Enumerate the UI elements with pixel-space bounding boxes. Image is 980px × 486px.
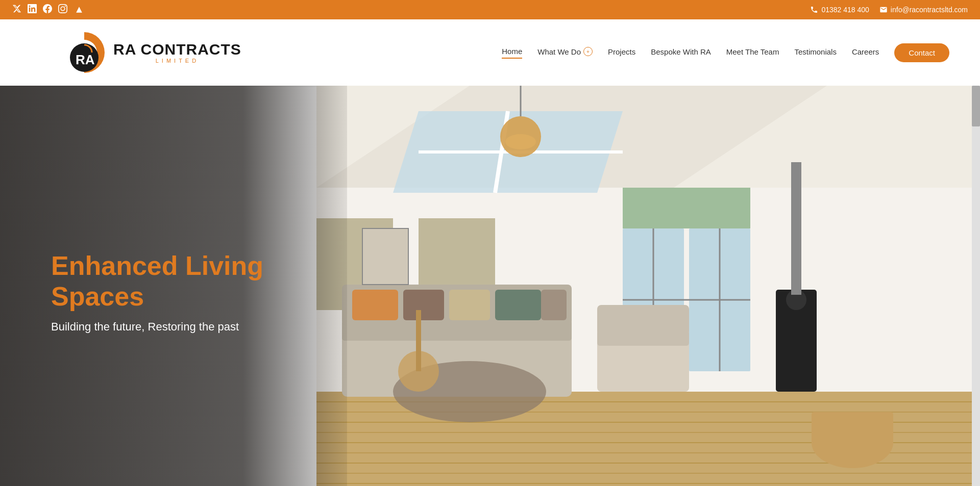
top-bar: 01382 418 400 info@racontractsltd.com [0, 0, 980, 19]
facebook-icon[interactable] [43, 4, 52, 15]
logo-text: RA CONTRACTS LIMITED [113, 42, 241, 64]
svg-rect-36 [597, 305, 689, 336]
svg-rect-30 [403, 290, 444, 320]
svg-rect-34 [597, 341, 689, 392]
svg-point-47 [505, 134, 536, 149]
contact-button[interactable]: Contact [894, 43, 949, 62]
phone-icon [810, 6, 818, 14]
social-links [12, 4, 85, 15]
scrollbar[interactable] [972, 86, 980, 486]
svg-rect-40 [791, 162, 801, 295]
hero-background [316, 86, 980, 486]
nav-what-we-do[interactable]: What We Do + [537, 47, 593, 58]
nav-projects[interactable]: Projects [608, 47, 635, 58]
hero-heading: Enhanced Living Spaces [51, 251, 316, 312]
twitter-icon[interactable] [12, 4, 21, 15]
svg-rect-31 [449, 290, 490, 320]
svg-rect-48 [362, 228, 408, 285]
main-nav: Home What We Do + Projects Bespoke With … [502, 43, 949, 62]
phone-number: 01382 418 400 [821, 6, 869, 14]
svg-rect-44 [416, 310, 421, 371]
svg-rect-42 [812, 412, 893, 443]
checkatrade-icon[interactable] [74, 4, 85, 15]
linkedin-icon[interactable] [28, 4, 37, 15]
svg-rect-29 [352, 290, 398, 320]
svg-rect-49 [623, 188, 750, 228]
svg-rect-33 [541, 290, 567, 320]
instagram-icon[interactable] [58, 4, 67, 15]
top-bar-contact-info: 01382 418 400 info@racontractsltd.com [810, 6, 968, 14]
svg-rect-32 [495, 290, 541, 320]
email-icon [879, 6, 888, 14]
nav-dropdown-arrow: + [583, 47, 593, 56]
svg-marker-0 [76, 7, 82, 13]
nav-home[interactable]: Home [502, 47, 522, 59]
nav-bespoke[interactable]: Bespoke With RA [651, 47, 711, 58]
scrollbar-thumb[interactable] [972, 86, 980, 126]
header: RA RA CONTRACTS LIMITED Home What We Do … [0, 19, 980, 86]
nav-careers[interactable]: Careers [852, 47, 879, 58]
logo-svg: RA [61, 30, 107, 75]
svg-text:RA: RA [76, 52, 95, 67]
phone-info: 01382 418 400 [810, 6, 869, 14]
logo-company-name: RA CONTRACTS [113, 42, 241, 57]
hero-content: Enhanced Living Spaces Building the futu… [0, 86, 347, 486]
nav-what-we-do-label: What We Do [537, 47, 581, 56]
logo-limited: LIMITED [113, 58, 241, 64]
hero-subheading: Building the future, Restoring the past [51, 320, 316, 334]
email-address[interactable]: info@racontractsltd.com [891, 6, 968, 14]
logo[interactable]: RA RA CONTRACTS LIMITED [61, 30, 241, 75]
nav-meet-the-team[interactable]: Meet The Team [726, 47, 779, 58]
nav-testimonials[interactable]: Testimonials [794, 47, 837, 58]
hero-section: Enhanced Living Spaces Building the futu… [0, 86, 980, 486]
email-info: info@racontractsltd.com [879, 6, 968, 14]
